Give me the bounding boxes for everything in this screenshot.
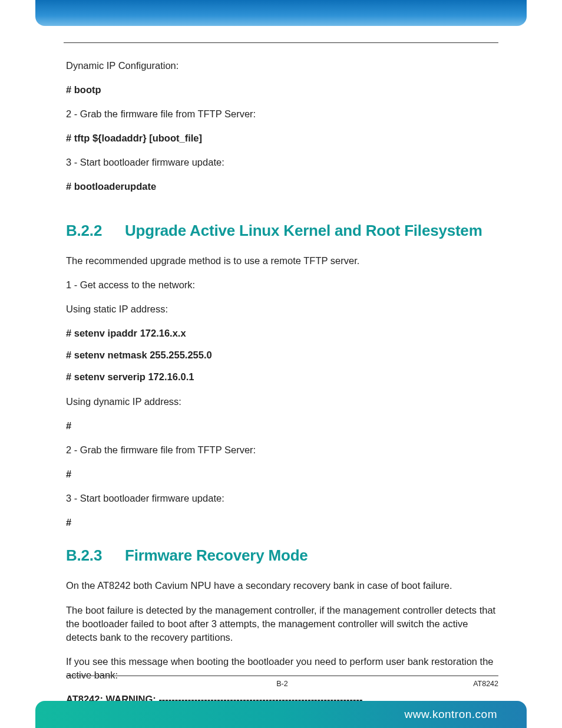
paragraph: Using dynamic IP address: (66, 395, 498, 409)
paragraph: 3 - Start bootloader firmware update: (66, 156, 498, 169)
command-line: # tftp ${loadaddr} [uboot_file] (66, 131, 498, 145)
command-line: # bootp (66, 83, 498, 97)
paragraph: The boot failure is detected by the mana… (66, 604, 498, 644)
command-line: # bootloaderupdate (66, 180, 498, 193)
footer-url: www.kontron.com (405, 708, 497, 721)
command-line: # setenv serverip 172.16.0.1 (66, 370, 498, 384)
command-line: # (66, 516, 498, 529)
command-line: # setenv ipaddr 172.16.x.x (66, 327, 498, 340)
paragraph: Dynamic IP Configuration: (66, 59, 498, 73)
page-footer: B-2 AT8242 (66, 676, 498, 688)
command-line: # (66, 419, 498, 433)
footer-bar: www.kontron.com (35, 701, 527, 728)
section-heading-b23: B.2.3 Firmware Recovery Mode (66, 545, 498, 566)
paragraph: 1 - Get access to the network: (66, 278, 498, 292)
paragraph: 2 - Grab the firmware file from TFTP Ser… (66, 443, 498, 457)
page-content: Dynamic IP Configuration: # bootp 2 - Gr… (66, 59, 498, 663)
section-number: B.2.3 (66, 545, 125, 566)
command-line: # (66, 467, 498, 481)
header-bar (35, 0, 527, 26)
page-number: B-2 (66, 680, 498, 688)
paragraph: The recommended upgrade method is to use… (66, 254, 498, 268)
command-line: # setenv netmask 255.255.255.0 (66, 348, 498, 362)
section-number: B.2.2 (66, 220, 125, 241)
section-title: Upgrade Active Linux Kernel and Root Fil… (125, 220, 482, 241)
paragraph: On the AT8242 both Cavium NPU have a sec… (66, 579, 498, 592)
paragraph: Using static IP address: (66, 302, 498, 316)
section-heading-b22: B.2.2 Upgrade Active Linux Kernel and Ro… (66, 220, 498, 241)
header-rule (64, 42, 498, 43)
section-title: Firmware Recovery Mode (125, 545, 308, 566)
paragraph: 2 - Grab the firmware file from TFTP Ser… (66, 107, 498, 121)
paragraph: 3 - Start bootloader firmware update: (66, 492, 498, 505)
